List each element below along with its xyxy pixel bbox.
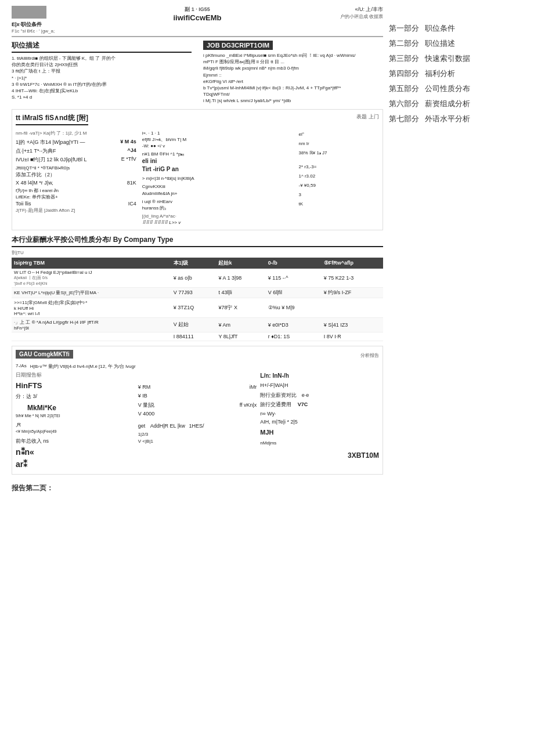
toc-title-0: 职位条件 <box>425 23 455 34</box>
index-right-v2: nm Ir <box>298 139 379 149</box>
gau-header-row: 7-/As H|tb·v™ 量|约 Vtl|t|4-d hv4-n|M.e [1… <box>16 363 379 370</box>
job-right-line6: b Tv*|p|usml M-lnhMl4lMl |v|·lf|k< 8x|3：… <box>203 85 383 91</box>
toc-part-0: 第一部分 <box>389 23 419 34</box>
gau-col1-v3: <¥ Mm|n5y/A|o|Fee|49 <box>16 429 135 435</box>
company-v4-2 <box>322 298 383 317</box>
toc-item-5: 第六部分 薪资组成分析 <box>389 99 522 109</box>
gau-get-label: get <box>138 423 146 429</box>
main-content: E|x·职位条件 F1c ''sl B€c · ' |gw_a; 副 1 · I… <box>12 6 383 493</box>
company-v3-1: V 6l|fil <box>266 287 322 298</box>
index-right: el° nm Ir 38% ℝ¥ 1₃ J7 2* r3,-3= 1^ r3.0… <box>298 130 379 226</box>
gau-mkmike-label: MkMi*Ke <box>16 403 135 413</box>
header-info-right: «/U: 上/丰市 <box>340 6 383 13</box>
toc-part-4: 第五部分 <box>389 84 419 94</box>
index-left: nm-f8 -vaT|> Ka|约 了：1|2, 少1 M 1|的 +A|G 市… <box>16 130 136 226</box>
job-desc-title-area: 职位描述 1. titAlililtrdi■ 的组织层 - 下属能够 K。组 了… <box>12 41 192 100</box>
gau-col1-date: 日期报告标 <box>16 371 135 379</box>
gau-col1-v2: 9/h¥ Mle * N| NR 2|3|TEI <box>16 413 135 419</box>
gau-sub2: 7-/As <box>16 363 27 370</box>
gau-c3-row3: r∞ Wy· <box>260 410 379 418</box>
gau-note: H|tb·v™ 量|约 Vtl|t|4-d hv4-n|M.e [12, 午 为… <box>30 363 136 370</box>
gau-c2-row4: V 4000 <box>138 410 257 419</box>
job-desc-line5: 3 ® trW1F*7c · WnMIXH ® in IT的/T的/在的/界 <box>12 81 192 88</box>
toc-title-4: 公司性质分布 <box>425 84 470 94</box>
index-cgnv: CgnvKXKiiiAludmIiife&IA jn» <box>142 183 293 196</box>
gau-c2-label2: ¥ IB <box>138 392 147 400</box>
company-table-header-row: IsipHrg TBM 本1|级 起始k 0-/b ⑤FfRw^aflp <box>12 258 383 269</box>
gau-c3-v3: AIH, m|Te|i * 2|5 <box>260 418 379 426</box>
row5b-label: X 48 l4|M *r J|w, <box>16 180 53 186</box>
row5b-value: 81K <box>127 180 136 186</box>
company-name-1: KE VHT|U* L*n|lp|U 量S|t_|E|宁|平目MA · <box>12 287 171 298</box>
gau-mjh: MJHnMdjms <box>260 428 379 447</box>
index-row6c: Toii llis IC4 <box>16 200 136 207</box>
toc-title-3: 福利分析 <box>425 68 455 79</box>
index-right-v3: 38% ℝ¥ 1₃ J7 <box>298 149 379 158</box>
job-desc-right-content: i pKfimuno _mBExi I*Mlipusei■ srm EqJEo*… <box>203 52 383 104</box>
toc-list: 第一部分 职位条件 第二部分 职位描述 第三部分 快速索引数据 第四部分 福利分… <box>389 23 522 124</box>
job-right-line4: Ejmmri :: <box>203 72 383 78</box>
gau-col1-label3-row: ,R <box>16 421 135 429</box>
header-left: E|x·职位条件 F1c ''sl B€c · ' |gw_a; <box>12 6 55 34</box>
company-v3-2: ②%u ¥ M|9 <box>266 298 322 317</box>
toc-item-3: 第四部分 福利分析 <box>389 68 522 79</box>
index-idling: [(id_Iing A/*a*ac· <box>142 213 293 219</box>
row6c-value: IC4 <box>128 201 136 207</box>
job-right-line8: i M|.TI |s| wh/ek L snm/J lyali/Lb/* ym/… <box>203 97 383 104</box>
gau-col2: ¥ RM iMr ¥ IB V 量|说 ff vKn|x V 4000 <box>138 371 257 471</box>
company-v1-3: V 起始 <box>171 317 217 332</box>
gau-col1-v1: 分：达 3/ <box>16 393 135 401</box>
index-bottom: ⠿⠿⠿ ⠿⠿⠿⠿ L>> v <box>142 219 293 226</box>
gau-col1-title: HinFTS <box>16 380 135 392</box>
job-right-line5: eKGfFilg VI /df*·/ert <box>203 78 383 85</box>
index-section-subtitle: 表题 上门 <box>356 113 379 121</box>
index-row2: 点·|+±1 T*·-为典F ^J4 <box>16 147 136 155</box>
company-v1-0: ¥ as o|b <box>171 269 217 288</box>
header-info-label: 副 1 · IG55 <box>173 6 221 13</box>
gau-mkmike: MkMi*Ke <box>27 404 56 412</box>
row2-label: 点·|+±1 T*·-为典F <box>16 147 56 155</box>
toc-item-4: 第五部分 公司性质分布 <box>389 84 522 94</box>
table-row: ·」上 工 ® *A n|Ad L#|pgflr H-|4 l/lF |ffT/… <box>12 317 383 332</box>
company-v4-4: I 8V I·R <box>322 332 383 341</box>
toc-title-2: 快速索引数据 <box>425 53 470 64</box>
company-v1-4: I 884111 <box>171 332 217 341</box>
row2-value: ^J4 <box>127 147 136 155</box>
index-right-v1: el° <box>298 130 379 139</box>
gau-c3-v1-row: 旅行交通费用 V7C <box>260 401 379 409</box>
index-middle: i». · 1 · 1ef|ftl J>•k、bh/m T| M-W: ●● <… <box>142 130 293 226</box>
company-name-3: ·」上 工 ® *A n|Ad L#|pgflr H-|4 l/lF |ffT/… <box>12 317 171 332</box>
index-row6b: LifEKe: 单件实验器+ <box>16 194 136 200</box>
index-row6: f为/|∞ th 都 i earei ∂n <box>16 187 136 194</box>
header-right: «/U: 上/丰市 户的小评总成 收据票 <box>340 6 383 20</box>
index-desc-header: i». · 1 · 1ef|ftl J>•k、bh/m T| M-W: ●● <… <box>142 130 293 150</box>
gau-prev-label: 前年总收入 ns <box>16 437 135 446</box>
company-v2-2: ¥78宁 X <box>216 298 265 317</box>
index-right-v7: 3 <box>298 190 379 200</box>
job-script-label: JOB DG3CRIPT1OIM <box>203 41 273 50</box>
gau-c2-label3: V 量|说 <box>138 401 155 410</box>
page-header: E|x·职位条件 F1c ''sl B€c · ' |gw_a; 副 1 · I… <box>12 6 383 37</box>
index-tirt: eli iniTirt -iriG P an <box>142 157 293 173</box>
header-info-left: F1c ''sl B€c · ' |gw_a; <box>12 28 55 34</box>
job-desc-line1: 1. titAlililtrdi■ 的组织层 - 下属能够 K。组 了 开的个 <box>12 55 192 62</box>
toc-title-5: 薪资组成分析 <box>425 99 470 109</box>
gau-addh: AddH|R EL |kw <box>150 423 185 429</box>
index-right-v6: -¥ ¥0,59 <box>298 181 379 190</box>
gau-nmdjms: nMdjms <box>260 440 276 446</box>
col-level: 本1|级 <box>171 258 217 269</box>
index-row1: 1|的 +A|G 市14 |W|pag|YTI — ¥ M 4s <box>16 138 136 147</box>
index-row5: 添加工作比（2） <box>16 171 136 179</box>
row3-value: E *TfV <box>121 156 136 164</box>
company-v4-3: ¥ S|41 IZ3 <box>322 317 383 332</box>
index-row3: IVU±I ■约|刃 12 lik 0J|ip|fUBl L E *TfV <box>16 155 136 164</box>
gau-c3-label3: r∞ Wy· <box>260 411 276 417</box>
col-start: 起始k <box>216 258 265 269</box>
gau-c2-label1: ¥ RM <box>138 384 151 392</box>
col-other: ⑤FfRw^aflp <box>322 258 383 269</box>
gau-big-text: n⁑n«ar⁑ <box>16 446 135 471</box>
company-name-2: >>=11|常|GM±tt 处|在|常|实|如i|中l·*k H/Uff HiH… <box>12 298 171 317</box>
gau-c3-label2: H+/-F|WA|H <box>260 382 288 390</box>
index-section-title: tt iMralS fiS∧nd统 [附] <box>16 113 88 125</box>
gau-misc-v2: e·e <box>302 392 309 398</box>
